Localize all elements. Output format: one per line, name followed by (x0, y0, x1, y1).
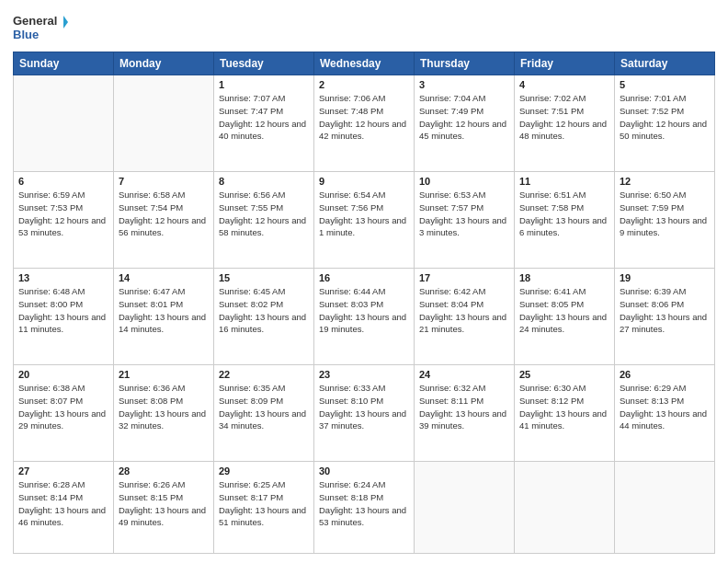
calendar-day-cell: 8Sunrise: 6:56 AM Sunset: 7:55 PM Daylig… (214, 172, 314, 269)
svg-text:Blue: Blue (13, 28, 39, 41)
day-number: 29 (219, 465, 309, 477)
day-info: Sunrise: 6:38 AM Sunset: 8:07 PM Dayligh… (18, 382, 108, 432)
calendar-day-cell: 15Sunrise: 6:45 AM Sunset: 8:02 PM Dayli… (214, 269, 314, 365)
day-number: 6 (18, 176, 108, 187)
day-info: Sunrise: 6:39 AM Sunset: 8:06 PM Dayligh… (620, 285, 710, 336)
day-number: 7 (119, 176, 209, 187)
day-number: 15 (219, 272, 309, 283)
day-info: Sunrise: 6:41 AM Sunset: 8:05 PM Dayligh… (519, 285, 609, 336)
day-of-week-header: Sunday (14, 52, 114, 75)
calendar-week-row: 20Sunrise: 6:38 AM Sunset: 8:07 PM Dayli… (14, 365, 715, 462)
day-number: 26 (620, 369, 710, 380)
day-info: Sunrise: 6:26 AM Sunset: 8:15 PM Dayligh… (119, 478, 209, 529)
calendar-day-cell: 24Sunrise: 6:32 AM Sunset: 8:11 PM Dayli… (415, 365, 515, 462)
day-number: 13 (18, 272, 108, 283)
calendar-day-cell: 30Sunrise: 6:24 AM Sunset: 8:18 PM Dayli… (314, 462, 415, 554)
svg-marker-2 (63, 16, 68, 29)
day-info: Sunrise: 6:48 AM Sunset: 8:00 PM Dayligh… (18, 285, 108, 336)
calendar-day-cell: 19Sunrise: 6:39 AM Sunset: 8:06 PM Dayli… (615, 269, 715, 365)
day-info: Sunrise: 7:02 AM Sunset: 7:51 PM Dayligh… (519, 92, 609, 143)
day-info: Sunrise: 6:35 AM Sunset: 8:09 PM Dayligh… (219, 382, 309, 432)
calendar-day-cell: 1Sunrise: 7:07 AM Sunset: 7:47 PM Daylig… (214, 75, 314, 172)
calendar-table: SundayMondayTuesdayWednesdayThursdayFrid… (13, 52, 715, 554)
day-number: 28 (119, 465, 209, 477)
day-info: Sunrise: 6:24 AM Sunset: 8:18 PM Dayligh… (319, 478, 409, 529)
calendar-day-cell: 16Sunrise: 6:44 AM Sunset: 8:03 PM Dayli… (314, 269, 415, 365)
calendar-day-cell: 10Sunrise: 6:53 AM Sunset: 7:57 PM Dayli… (415, 172, 515, 269)
day-info: Sunrise: 7:04 AM Sunset: 7:49 PM Dayligh… (419, 92, 509, 143)
day-of-week-header: Saturday (615, 52, 715, 75)
day-info: Sunrise: 6:53 AM Sunset: 7:57 PM Dayligh… (419, 189, 509, 239)
day-number: 16 (319, 272, 409, 283)
day-of-week-header: Wednesday (314, 52, 415, 75)
day-info: Sunrise: 7:07 AM Sunset: 7:47 PM Dayligh… (219, 92, 309, 143)
day-info: Sunrise: 7:06 AM Sunset: 7:48 PM Dayligh… (319, 92, 409, 143)
day-number: 23 (319, 369, 409, 380)
day-number: 12 (620, 176, 710, 187)
day-number: 24 (419, 369, 509, 380)
calendar-day-cell: 13Sunrise: 6:48 AM Sunset: 8:00 PM Dayli… (14, 269, 114, 365)
calendar-week-row: 1Sunrise: 7:07 AM Sunset: 7:47 PM Daylig… (14, 75, 715, 172)
day-info: Sunrise: 6:58 AM Sunset: 7:54 PM Dayligh… (119, 189, 209, 239)
day-info: Sunrise: 7:01 AM Sunset: 7:52 PM Dayligh… (620, 92, 710, 143)
day-info: Sunrise: 6:56 AM Sunset: 7:55 PM Dayligh… (219, 189, 309, 239)
day-number: 21 (119, 369, 209, 380)
day-info: Sunrise: 6:32 AM Sunset: 8:11 PM Dayligh… (419, 382, 509, 432)
calendar-day-cell (14, 75, 114, 172)
day-number: 8 (219, 176, 309, 187)
calendar-day-cell (114, 75, 214, 172)
day-number: 9 (319, 176, 409, 187)
day-number: 2 (319, 79, 409, 90)
day-number: 11 (519, 176, 609, 187)
day-number: 30 (319, 465, 409, 477)
calendar-day-cell: 9Sunrise: 6:54 AM Sunset: 7:56 PM Daylig… (314, 172, 415, 269)
day-number: 18 (519, 272, 609, 283)
calendar-day-cell: 14Sunrise: 6:47 AM Sunset: 8:01 PM Dayli… (114, 269, 214, 365)
calendar-week-row: 6Sunrise: 6:59 AM Sunset: 7:53 PM Daylig… (14, 172, 715, 269)
day-number: 10 (419, 176, 509, 187)
day-info: Sunrise: 6:54 AM Sunset: 7:56 PM Dayligh… (319, 189, 409, 239)
day-number: 17 (419, 272, 509, 283)
day-info: Sunrise: 6:42 AM Sunset: 8:04 PM Dayligh… (419, 285, 509, 336)
header: General Blue (13, 11, 715, 44)
calendar-day-cell: 22Sunrise: 6:35 AM Sunset: 8:09 PM Dayli… (214, 365, 314, 462)
svg-text:General: General (13, 14, 57, 28)
calendar-day-cell: 18Sunrise: 6:41 AM Sunset: 8:05 PM Dayli… (515, 269, 615, 365)
day-number: 1 (219, 79, 309, 90)
calendar-day-cell: 6Sunrise: 6:59 AM Sunset: 7:53 PM Daylig… (14, 172, 114, 269)
day-info: Sunrise: 6:47 AM Sunset: 8:01 PM Dayligh… (119, 285, 209, 336)
calendar-day-cell (415, 462, 515, 554)
day-number: 20 (18, 369, 108, 380)
calendar-day-cell: 7Sunrise: 6:58 AM Sunset: 7:54 PM Daylig… (114, 172, 214, 269)
logo: General Blue (13, 11, 68, 44)
calendar-day-cell: 17Sunrise: 6:42 AM Sunset: 8:04 PM Dayli… (415, 269, 515, 365)
calendar-day-cell (615, 462, 715, 554)
day-info: Sunrise: 6:29 AM Sunset: 8:13 PM Dayligh… (620, 382, 710, 432)
day-number: 14 (119, 272, 209, 283)
day-info: Sunrise: 6:59 AM Sunset: 7:53 PM Dayligh… (18, 189, 108, 239)
calendar-day-cell: 4Sunrise: 7:02 AM Sunset: 7:51 PM Daylig… (515, 75, 615, 172)
day-info: Sunrise: 6:51 AM Sunset: 7:58 PM Dayligh… (519, 189, 609, 239)
day-info: Sunrise: 6:25 AM Sunset: 8:17 PM Dayligh… (219, 478, 309, 529)
day-number: 5 (620, 79, 710, 90)
calendar-day-cell: 28Sunrise: 6:26 AM Sunset: 8:15 PM Dayli… (114, 462, 214, 554)
calendar-day-cell: 25Sunrise: 6:30 AM Sunset: 8:12 PM Dayli… (515, 365, 615, 462)
calendar-day-cell: 3Sunrise: 7:04 AM Sunset: 7:49 PM Daylig… (415, 75, 515, 172)
day-number: 3 (419, 79, 509, 90)
calendar-day-cell: 12Sunrise: 6:50 AM Sunset: 7:59 PM Dayli… (615, 172, 715, 269)
calendar-day-cell: 27Sunrise: 6:28 AM Sunset: 8:14 PM Dayli… (14, 462, 114, 554)
day-number: 19 (620, 272, 710, 283)
calendar-day-cell: 21Sunrise: 6:36 AM Sunset: 8:08 PM Dayli… (114, 365, 214, 462)
calendar-day-cell: 23Sunrise: 6:33 AM Sunset: 8:10 PM Dayli… (314, 365, 415, 462)
calendar-day-cell: 5Sunrise: 7:01 AM Sunset: 7:52 PM Daylig… (615, 75, 715, 172)
day-of-week-header: Thursday (415, 52, 515, 75)
day-info: Sunrise: 6:50 AM Sunset: 7:59 PM Dayligh… (620, 189, 710, 239)
day-of-week-header: Tuesday (214, 52, 314, 75)
logo-svg: General Blue (13, 11, 68, 44)
calendar-day-cell: 26Sunrise: 6:29 AM Sunset: 8:13 PM Dayli… (615, 365, 715, 462)
day-info: Sunrise: 6:28 AM Sunset: 8:14 PM Dayligh… (18, 478, 108, 529)
day-number: 4 (519, 79, 609, 90)
calendar-week-row: 13Sunrise: 6:48 AM Sunset: 8:00 PM Dayli… (14, 269, 715, 365)
calendar-day-cell: 20Sunrise: 6:38 AM Sunset: 8:07 PM Dayli… (14, 365, 114, 462)
page: General Blue SundayMondayTuesdayWednesda… (0, 0, 728, 563)
